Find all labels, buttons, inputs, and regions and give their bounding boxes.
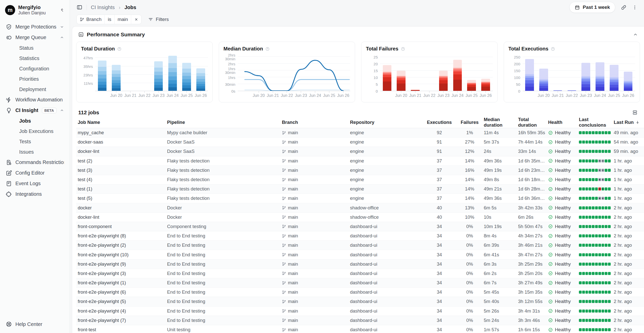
sidebar-item-issues[interactable]: Issues <box>3 147 67 157</box>
date-range-button[interactable]: Past 1 week <box>569 2 615 13</box>
table-row[interactable]: front-e2e-playwright (2)End to End testi… <box>76 241 644 250</box>
table-row[interactable]: front-e2e-playwright (5)End to End testi… <box>76 297 644 306</box>
cell-repository: engine <box>348 196 422 201</box>
sidebar-item-priorities[interactable]: Priorities <box>3 74 67 84</box>
table-row[interactable]: test (4)Flaky tests detectionmainengine3… <box>76 175 644 184</box>
table-row[interactable]: front-e2e-playwright (10)End to End test… <box>76 250 644 259</box>
column-header-executions[interactable]: Executions <box>422 120 457 125</box>
table-row[interactable]: front-e2e-playwright (6)End to End testi… <box>76 288 644 297</box>
git-branch-icon <box>282 309 286 313</box>
share-link-button[interactable] <box>621 5 627 10</box>
table-row[interactable]: docker-lintDocker SaaSmainengine9112%24s… <box>76 147 644 156</box>
column-header-repository[interactable]: Repository <box>348 120 422 125</box>
sidebar-item-help-center[interactable]: Help Center <box>3 319 67 329</box>
sidebar-item-configuration[interactable]: Configuration <box>3 64 67 74</box>
cell-pipeline: End to End testing <box>166 252 280 258</box>
table-row[interactable]: front-e2e-playwright (8)End to End testi… <box>76 231 644 241</box>
column-header-median-duration[interactable]: Median duration <box>482 117 517 128</box>
column-header-last-conclusions[interactable]: Last conclusions <box>577 117 612 128</box>
cell-total-duration: 1d 6h 36m 24s <box>517 196 547 201</box>
y-tick-label: 2hrs 30min <box>225 53 235 61</box>
column-header-job-name[interactable]: Job Name <box>76 120 166 125</box>
health-label: Healthy <box>555 252 571 258</box>
table-row[interactable]: front-e2e-playwright (4)End to End testi… <box>76 307 644 316</box>
org-switcher[interactable]: m Mergifyio Julien Danjou <box>3 3 67 19</box>
x-tick: Jun 20 <box>252 91 266 99</box>
column-header-branch[interactable]: Branch <box>280 120 348 125</box>
table-row[interactable]: test (3)Flaky tests detectionmainengine3… <box>76 166 644 175</box>
cell-failures: 0% <box>457 242 482 248</box>
sidebar-item-status[interactable]: Status <box>3 43 67 53</box>
table-row[interactable]: dockerDockermainshadow-office4013%6m 5s3… <box>76 203 644 213</box>
table-row[interactable]: docker-saasDocker SaaSmainengine9127%5m … <box>76 137 644 147</box>
branch-filter-chip[interactable]: Branch is main <box>76 15 142 24</box>
conclusion-block-g <box>592 319 595 322</box>
sidebar-item-label: Merge Protections <box>15 24 57 30</box>
table-row[interactable]: docker-lintDockermainshadow-office4010%1… <box>76 213 644 222</box>
cell-health: Healthy <box>547 271 577 276</box>
git-branch-icon <box>282 328 286 332</box>
bar-jun-19 <box>383 65 392 91</box>
branch-name: main <box>288 327 298 332</box>
column-header-total-duration[interactable]: Total duration <box>517 117 547 128</box>
breadcrumb-parent[interactable]: CI Insights <box>91 5 115 10</box>
sidebar-item-label: Integrations <box>15 191 64 197</box>
table-row[interactable]: mypy_cacheMypy cache buildermainengine92… <box>76 128 644 137</box>
sidebar-toggle-button[interactable] <box>76 4 83 10</box>
column-header-health[interactable]: Health <box>547 120 577 125</box>
sidebar-item-merge-queue[interactable]: Merge Queue <box>3 32 67 43</box>
sidebar-item-event-logs[interactable]: Event Logs <box>3 178 67 189</box>
sidebar-item-deployment[interactable]: Deployment <box>3 84 67 95</box>
cell-failures: 14% <box>457 186 482 192</box>
table-row[interactable]: test (2)Flaky tests detectionmainengine3… <box>76 156 644 166</box>
sidebar-item-job-executions[interactable]: Job Executions <box>3 126 67 136</box>
filters-button[interactable]: Filters <box>148 17 169 22</box>
table-row[interactable]: front-e2e-playwright (9)End to End testi… <box>76 260 644 269</box>
column-header-pipeline[interactable]: Pipeline <box>166 120 280 125</box>
bar-slot <box>123 56 138 91</box>
sidebar-item-workflow-automation[interactable]: Workflow Automation <box>3 95 67 105</box>
x-tick-mark <box>429 91 430 93</box>
x-tick: Jun 21 <box>123 91 138 99</box>
table-row[interactable]: front-e2e-playwright (3)End to End testi… <box>76 269 644 278</box>
table-row[interactable]: test (1)Flaky tests detectionmainengine3… <box>76 184 644 194</box>
sidebar-item-commands-restrictions[interactable]: Commands Restrictions <box>3 157 67 168</box>
table-row[interactable]: test (5)Flaky tests detectionmainengine3… <box>76 194 644 203</box>
overflow-menu-button[interactable] <box>632 5 637 10</box>
cell-health: Healthy <box>547 308 577 314</box>
cell-job-name: docker <box>76 205 166 211</box>
x-tick-mark <box>158 91 159 93</box>
table-row[interactable]: front-e2e-playwright (1)End to End testi… <box>76 278 644 288</box>
sidebar-item-config-editor[interactable]: Config Editor <box>3 168 67 178</box>
sidebar-item-tests[interactable]: Tests <box>3 136 67 147</box>
sidebar-item-integrations[interactable]: Integrations <box>3 189 67 200</box>
table-row[interactable]: front-testUnit testingmaindashboard-ui34… <box>76 325 644 333</box>
conclusion-dot <box>602 198 604 199</box>
sidebar-item-ci-insights[interactable]: CI InsightsBETA <box>3 105 67 116</box>
column-header-failures[interactable]: Failures <box>457 120 482 125</box>
sort-desc-icon <box>635 120 640 124</box>
cell-repository: dashboard-ui <box>348 271 422 276</box>
column-header-last-run[interactable]: Last Run <box>612 120 644 125</box>
conclusion-block-g <box>605 272 607 275</box>
bar-jun-26 <box>624 72 633 91</box>
column-header-label: Median duration <box>484 117 515 128</box>
filter-chip-remove-button[interactable] <box>131 15 141 24</box>
x-tick-mark <box>457 91 458 93</box>
conclusion-block-g <box>585 234 588 237</box>
sidebar-item-statistics[interactable]: Statistics <box>3 53 67 64</box>
conclusion-block-g <box>592 141 595 144</box>
view-toggle-button[interactable] <box>632 109 638 116</box>
conclusion-block-g <box>595 244 598 247</box>
table-row[interactable]: front-componentComponent testingmaindash… <box>76 222 644 231</box>
cell-pipeline: End to End testing <box>166 261 280 267</box>
git-branch-icon <box>282 215 286 219</box>
sidebar-item-jobs[interactable]: Jobs <box>3 116 67 126</box>
conclusion-block-g <box>602 206 604 209</box>
sidebar-item-merge-protections[interactable]: Merge Protections <box>3 22 67 32</box>
collapse-section-button[interactable] <box>633 32 638 37</box>
sidebar-item-label: CI Insights <box>15 107 38 113</box>
cell-failures: 12% <box>457 149 482 154</box>
table-row[interactable]: front-e2e-playwright (7)End to End testi… <box>76 316 644 325</box>
doc-lock-icon <box>6 159 12 166</box>
